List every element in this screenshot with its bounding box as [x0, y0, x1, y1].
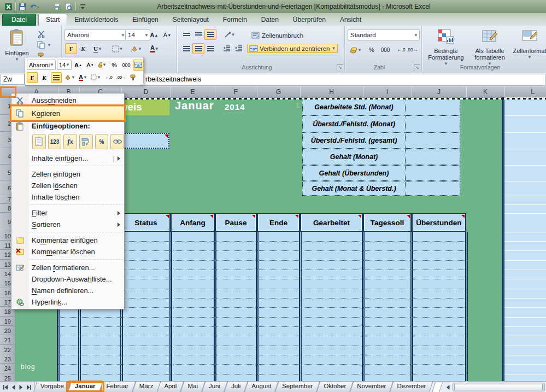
mini-bold-button[interactable]: F	[27, 72, 38, 83]
mini-grow-font-button[interactable]: A▲	[73, 60, 84, 71]
column-header-h[interactable]: H	[300, 86, 363, 97]
summary-label-overtime-month[interactable]: Überstd./Fehlstd. (Monat)	[302, 115, 406, 132]
ribbon-tab[interactable]: Start	[38, 14, 67, 26]
ribbon-tab[interactable]: Einfügen	[125, 14, 165, 26]
name-box[interactable]: Zw	[1, 74, 25, 85]
font-name-combo[interactable]: Aharoni▼	[64, 30, 127, 40]
borders-button[interactable]: ▼	[109, 43, 126, 54]
align-left-button[interactable]	[180, 43, 192, 54]
column-header-g[interactable]: G	[257, 86, 301, 97]
ribbon-tab[interactable]: Datei	[2, 14, 36, 26]
grow-font-button[interactable]: A▲	[148, 30, 160, 40]
increase-decimal-button[interactable]: ←.0	[395, 44, 407, 55]
column-header-e[interactable]: E	[171, 86, 215, 97]
column-header-k[interactable]: K	[466, 86, 505, 97]
ribbon-tab[interactable]: Daten	[254, 14, 286, 26]
paste-formulas-button[interactable]: fx	[63, 134, 77, 149]
paste-values-button[interactable]: 123	[48, 134, 62, 149]
sheet-tab[interactable]: August	[246, 382, 277, 392]
paste-formatting-button[interactable]: %	[95, 134, 109, 149]
summary-label-salary-total[interactable]: Gehalt (Monat & Überstd.)	[302, 181, 406, 196]
insert-worksheet-tab[interactable]	[432, 382, 442, 392]
table-header-anfang[interactable]: Anfang	[171, 213, 215, 232]
mini-italic-button[interactable]: K	[39, 72, 50, 83]
underline-button[interactable]: U▼	[89, 43, 107, 54]
summary-label-salary-month[interactable]: Gehalt (Monat)	[302, 149, 406, 165]
column-header-f[interactable]: F	[215, 86, 257, 97]
mini-merge-center-button[interactable]: a	[133, 60, 144, 71]
menu-item-inhalte-loeschen[interactable]: Inhalte löschen	[11, 191, 124, 203]
menu-item-hyperlink[interactable]: Hyperlink...	[11, 296, 124, 308]
column-header-d[interactable]: D	[121, 86, 171, 97]
menu-item-namen-definieren[interactable]: Namen definieren...	[11, 285, 124, 296]
decrease-decimal-button[interactable]: .00→	[406, 44, 418, 55]
paste-keep-formatting-button[interactable]	[32, 134, 46, 149]
summary-label-salary-overtime[interactable]: Gehalt (Überstunden)	[302, 165, 406, 181]
table-header-status[interactable]: Status	[121, 213, 171, 232]
mini-font-size-combo[interactable]: 14▼	[57, 60, 72, 70]
mini-shrink-font-button[interactable]: A▼	[85, 60, 96, 71]
table-header-pause[interactable]: Pause	[215, 213, 257, 232]
mini-font-color-button[interactable]: A▼	[78, 72, 89, 83]
row-header-22[interactable]: 22	[0, 346, 14, 354]
mini-fill-color-button[interactable]: ▼	[63, 72, 77, 83]
decrease-indent-button[interactable]	[221, 43, 233, 54]
font-color-button[interactable]: A▼	[146, 43, 163, 54]
first-sheet-button[interactable]	[2, 383, 9, 391]
fill-color-button[interactable]: ▼	[127, 43, 145, 54]
table-header-tagessoll[interactable]: Tagessoll	[363, 213, 412, 232]
ribbon-tab[interactable]: Überprüfen	[286, 14, 333, 26]
sheet-tab[interactable]: September	[277, 382, 318, 392]
save-button[interactable]	[17, 2, 27, 11]
table-header-gearbeitet[interactable]: Gearbeitet	[300, 213, 363, 232]
sheet-tab[interactable]: Oktober	[318, 382, 351, 392]
summary-value-cell[interactable]	[405, 181, 460, 196]
sheet-tab[interactable]: April	[158, 382, 182, 392]
align-bottom-button[interactable]	[204, 29, 216, 40]
menu-item-kommentar-loeschen[interactable]: Kommentar löschen	[11, 246, 124, 258]
paste-link-button[interactable]	[110, 134, 124, 149]
mini-font-name-combo[interactable]: Aharoni▼	[27, 60, 56, 70]
ribbon-tab[interactable]: Ansicht	[333, 14, 368, 26]
bold-button[interactable]: F	[65, 43, 77, 54]
paste-transpose-button[interactable]	[79, 134, 93, 149]
ribbon-tab[interactable]: Formeln	[216, 14, 254, 26]
sheet-tab[interactable]: November	[351, 382, 391, 392]
summary-value-cell[interactable]	[405, 165, 460, 181]
align-right-button[interactable]	[204, 43, 216, 54]
copy-button[interactable]: ▼	[35, 40, 54, 50]
increase-indent-button[interactable]	[233, 43, 245, 54]
horizontal-scrollbar[interactable]	[453, 383, 545, 391]
menu-item-kopieren[interactable]: Kopieren	[11, 106, 124, 120]
print-preview-icon[interactable]	[63, 2, 73, 11]
previous-sheet-button[interactable]	[10, 383, 17, 391]
percent-style-button[interactable]: %	[366, 44, 378, 55]
align-middle-button[interactable]	[192, 29, 204, 40]
align-center-button[interactable]	[192, 43, 204, 54]
row-header-20[interactable]: 20	[0, 326, 14, 335]
align-top-button[interactable]	[180, 29, 192, 40]
ribbon-tab[interactable]: Entwicklertools	[67, 14, 125, 26]
merge-center-button[interactable]: a Verbinden und zentrieren▼	[247, 44, 338, 53]
menu-item-dropdown-auswahlliste[interactable]: Dropdown-Auswahlliste...	[11, 273, 124, 285]
redo-button[interactable]	[40, 2, 50, 11]
number-dialog-launcher[interactable]: ↘	[414, 65, 420, 71]
table-header-ende[interactable]: Ende	[257, 213, 300, 232]
summary-value-cell[interactable]	[405, 99, 460, 115]
mini-percent-button[interactable]: %	[109, 60, 120, 71]
sheet-tab[interactable]: Juni	[203, 382, 226, 392]
menu-item-zellen-loeschen[interactable]: Zellen löschen	[11, 180, 124, 191]
mini-decrease-decimal-button[interactable]: ,00→	[115, 72, 127, 83]
alignment-dialog-launcher[interactable]: ↘	[337, 65, 343, 71]
row-header-24[interactable]: 24	[0, 364, 14, 373]
quick-print-icon[interactable]	[52, 2, 62, 11]
menu-item-ausschneiden[interactable]: Ausschneiden	[11, 95, 124, 106]
menu-item-zellen-formatieren[interactable]: Zellen formatieren...	[11, 262, 124, 273]
row-header-25[interactable]: 25	[0, 374, 14, 381]
menu-item-filter[interactable]: Filter	[11, 207, 124, 219]
row-header-19[interactable]: 19	[0, 317, 14, 326]
number-format-combo[interactable]: Standard▼	[348, 30, 420, 40]
ribbon-tab[interactable]: Seitenlayout	[166, 14, 216, 26]
accounting-format-button[interactable]: ▼	[347, 44, 365, 55]
menu-item-inhalte-einfuegen[interactable]: Inhalte einfügen... |	[11, 153, 124, 164]
